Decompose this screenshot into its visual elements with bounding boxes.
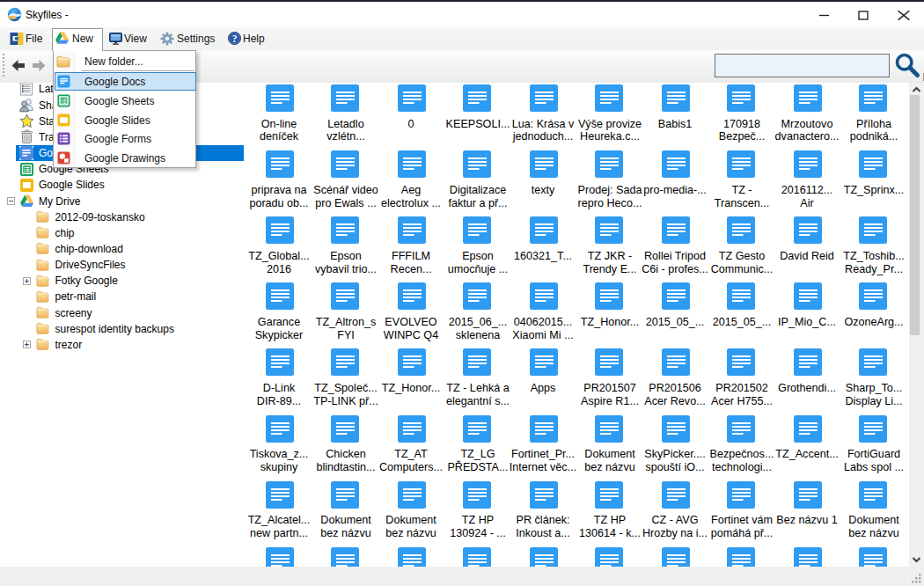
svg-text:?: ? bbox=[232, 33, 238, 44]
